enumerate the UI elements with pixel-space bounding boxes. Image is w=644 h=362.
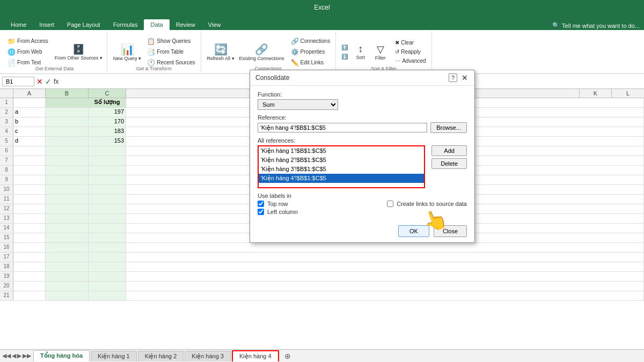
cell-b[interactable]	[46, 253, 89, 262]
list-item-3[interactable]: 'Kiện hàng 4'!$B$1:$C$5	[259, 174, 424, 183]
create-links-checkbox[interactable]	[387, 201, 393, 207]
from-other-sources-button[interactable]: 🗄️ From Other Sources ▾	[54, 42, 104, 62]
clear-button[interactable]: ✖ Clear	[393, 39, 428, 47]
cell-c[interactable]	[89, 195, 126, 204]
reference-input[interactable]	[258, 123, 427, 132]
cell-a[interactable]	[13, 214, 46, 223]
cell-b[interactable]	[46, 233, 89, 242]
cell-c[interactable]	[89, 156, 126, 165]
cell-b[interactable]	[46, 166, 89, 175]
sheet-tab-1[interactable]: Kiện hàng 1	[91, 351, 137, 361]
from-access-button[interactable]: 📁 From Access	[5, 36, 50, 46]
cell-b[interactable]	[46, 156, 89, 165]
function-select[interactable]: Sum Count Average Max Min	[258, 99, 338, 110]
cell-c[interactable]	[89, 253, 126, 262]
cell-c[interactable]	[89, 185, 126, 194]
advanced-button[interactable]: ⋯ Advanced	[393, 57, 428, 65]
cell-a[interactable]	[13, 224, 46, 233]
cell-c[interactable]	[89, 175, 126, 184]
cell-c[interactable]	[89, 166, 126, 175]
tab-insert[interactable]: Insert	[33, 19, 61, 30]
cell-c[interactable]	[89, 224, 126, 233]
tab-view[interactable]: View	[202, 19, 228, 30]
ok-button[interactable]: OK	[398, 225, 429, 237]
cell-c[interactable]	[89, 291, 126, 300]
cell-c[interactable]	[89, 262, 126, 271]
cell-c[interactable]	[89, 233, 126, 242]
cell-a[interactable]	[13, 272, 46, 281]
tell-me-input[interactable]: 🔍 Tell me what you want to do...	[548, 21, 644, 30]
connections-button[interactable]: 🔗 Connections	[289, 36, 333, 46]
cell-a[interactable]	[13, 243, 46, 252]
cell-b[interactable]	[46, 282, 89, 291]
cell-b[interactable]	[46, 262, 89, 271]
cell-b[interactable]	[46, 175, 89, 184]
cell-b[interactable]	[46, 127, 89, 136]
browse-button[interactable]: Browse...	[430, 122, 467, 133]
tab-home[interactable]: Home	[4, 19, 33, 30]
cell-b[interactable]	[46, 195, 89, 204]
sheet-tab-3[interactable]: Kiện hàng 3	[185, 351, 231, 361]
sort-button[interactable]: ↕️ Sort	[351, 42, 370, 62]
cell-b[interactable]	[46, 243, 89, 252]
dialog-help-button[interactable]: ?	[449, 73, 457, 82]
cell-b[interactable]	[46, 108, 89, 117]
sort-za-button[interactable]: ⬇️	[339, 53, 350, 61]
dialog-close-button[interactable]: ✕	[460, 73, 469, 82]
cell-a[interactable]	[13, 185, 46, 194]
cell-a[interactable]	[13, 233, 46, 242]
cell-a[interactable]	[13, 262, 46, 271]
cell-c[interactable]	[89, 243, 126, 252]
cell-b[interactable]	[46, 204, 89, 213]
cell-c[interactable]: 183	[89, 127, 126, 136]
add-sheet-button[interactable]: ⊕	[280, 351, 295, 361]
new-query-button[interactable]: 📊 New Query ▾	[111, 41, 144, 63]
cell-a[interactable]	[13, 175, 46, 184]
add-button[interactable]: Add	[431, 145, 467, 156]
cell-a[interactable]: c	[13, 127, 46, 136]
cell-a[interactable]	[13, 98, 46, 107]
cell-a[interactable]	[13, 195, 46, 204]
top-row-checkbox[interactable]	[258, 201, 264, 207]
cell-c[interactable]: Số lượng	[89, 98, 126, 107]
cell-a[interactable]	[13, 253, 46, 262]
cell-b[interactable]	[46, 146, 89, 156]
cell-b[interactable]	[46, 214, 89, 223]
cell-a[interactable]	[13, 282, 46, 291]
nav-last-icon[interactable]: ▶▶	[23, 352, 31, 359]
list-item-0[interactable]: 'Kiện hàng 1'!$B$1:$C$5	[259, 146, 424, 156]
dialog-close-btn[interactable]: Close	[434, 225, 467, 237]
tab-data[interactable]: Data	[144, 19, 169, 30]
list-item-2[interactable]: 'Kiện hàng 3'!$B$1:$C$5	[259, 165, 424, 174]
sheet-tab-4[interactable]: Kiện hàng 4	[232, 350, 279, 361]
cell-c[interactable]: 153	[89, 137, 126, 146]
cell-b[interactable]	[46, 98, 89, 107]
insert-function-icon[interactable]: fx	[54, 78, 58, 85]
cell-a[interactable]: b	[13, 117, 46, 127]
cell-a[interactable]	[13, 204, 46, 213]
sheet-tab-2[interactable]: Kiện hàng 2	[138, 351, 184, 361]
references-listbox[interactable]: 'Kiện hàng 1'!$B$1:$C$5 'Kiện hàng 2'!$B…	[258, 145, 425, 188]
sort-az-button[interactable]: ⬆️	[339, 43, 350, 51]
sheet-tab-0[interactable]: Tổng hàng hóa	[33, 350, 90, 361]
cell-c[interactable]	[89, 146, 126, 156]
cell-reference-input[interactable]	[2, 77, 34, 86]
list-item-1[interactable]: 'Kiện hàng 2'!$B$1:$C$5	[259, 156, 424, 165]
cell-c[interactable]	[89, 272, 126, 281]
cell-c[interactable]	[89, 282, 126, 291]
left-column-checkbox[interactable]	[258, 209, 264, 215]
tab-formulas[interactable]: Formulas	[107, 19, 144, 30]
from-web-button[interactable]: 🌐 From Web	[5, 47, 50, 57]
cell-a[interactable]	[13, 156, 46, 165]
properties-button[interactable]: ⚙️ Properties	[289, 47, 333, 57]
nav-first-icon[interactable]: ◀◀	[2, 352, 11, 359]
existing-connections-button[interactable]: 🔗 Existing Connections	[238, 42, 286, 62]
cell-c[interactable]	[89, 214, 126, 223]
cell-b[interactable]	[46, 291, 89, 300]
cancel-formula-icon[interactable]: ✕	[36, 77, 43, 86]
cell-b[interactable]	[46, 185, 89, 194]
cell-c[interactable]	[89, 204, 126, 213]
confirm-formula-icon[interactable]: ✓	[45, 77, 52, 86]
from-table-button[interactable]: 📑 From Table	[145, 47, 197, 57]
tab-review[interactable]: Review	[170, 19, 202, 30]
